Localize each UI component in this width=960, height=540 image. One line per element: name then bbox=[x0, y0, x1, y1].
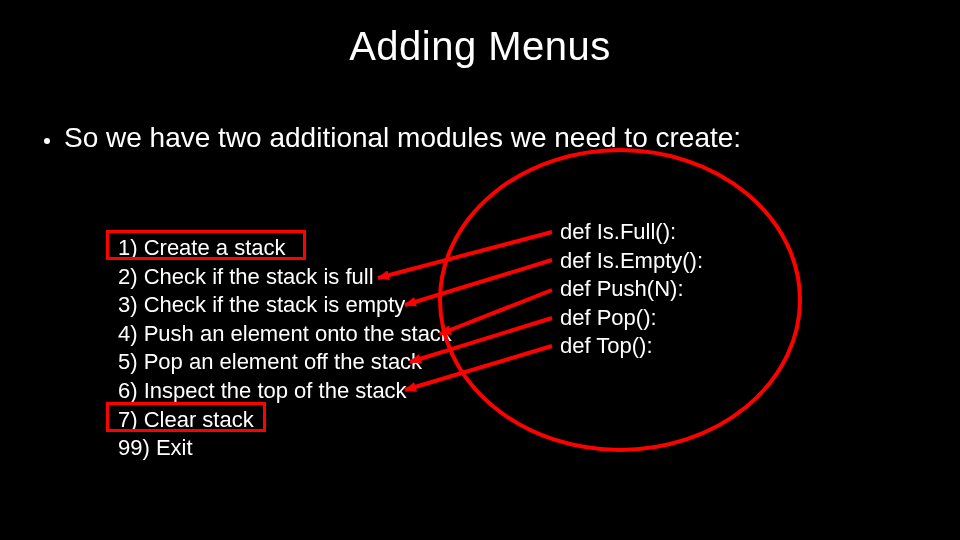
def-pop: def Pop(): bbox=[560, 304, 703, 333]
def-isempty: def Is.Empty(): bbox=[560, 247, 703, 276]
menu-item-4: 4) Push an element onto the stack bbox=[118, 320, 452, 349]
def-push: def Push(N): bbox=[560, 275, 703, 304]
bullet-dot-icon bbox=[44, 138, 50, 144]
menu-item-3: 3) Check if the stack is empty bbox=[118, 291, 452, 320]
slide-title: Adding Menus bbox=[0, 24, 960, 69]
menu-item-2: 2) Check if the stack is full bbox=[118, 263, 452, 292]
menu-item-5: 5) Pop an element off the stack bbox=[118, 348, 452, 377]
arrow-push bbox=[440, 290, 552, 334]
def-top: def Top(): bbox=[560, 332, 703, 361]
menu-item-99: 99) Exit bbox=[118, 434, 452, 463]
slide: Adding Menus So we have two additional m… bbox=[0, 0, 960, 540]
bullet-text: So we have two additional modules we nee… bbox=[64, 122, 741, 154]
bullet-row: So we have two additional modules we nee… bbox=[44, 122, 741, 154]
def-isfull: def Is.Full(): bbox=[560, 218, 703, 247]
highlight-box-create bbox=[106, 230, 306, 260]
highlight-box-clear bbox=[106, 402, 266, 432]
defs-list: def Is.Full(): def Is.Empty(): def Push(… bbox=[560, 218, 703, 361]
